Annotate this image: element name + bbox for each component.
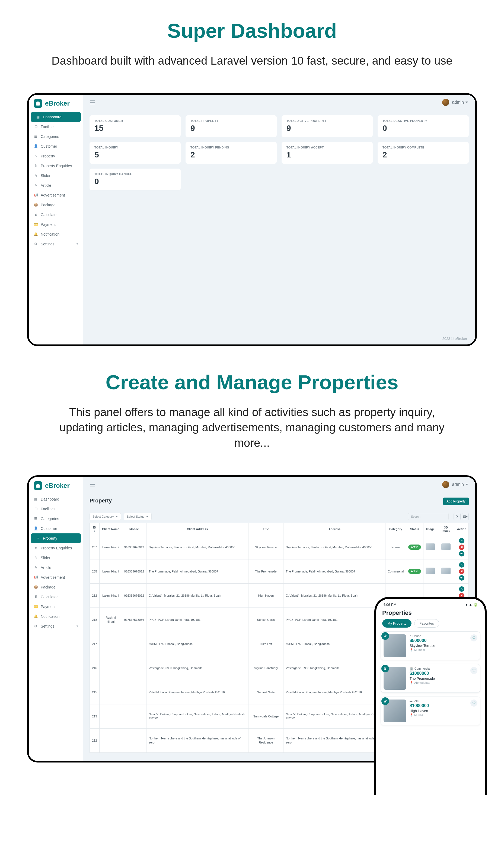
sidebar-item-label: Package	[41, 203, 55, 207]
sidebar-item-settings[interactable]: ⚙Settings▾	[29, 239, 83, 249]
sidebar-item-property-enquiries[interactable]: 🗎Property Enquiries	[29, 543, 83, 553]
property-image: ♛	[383, 667, 406, 690]
col-header[interactable]: Address	[284, 523, 385, 535]
delete-icon[interactable]: ✖	[459, 545, 464, 550]
sidebar-item-notification[interactable]: 🔔Notification	[29, 612, 83, 621]
heart-icon[interactable]: ♡	[470, 700, 478, 707]
phone-title: Properties	[376, 608, 485, 619]
sidebar-item-payment[interactable]: 💳Payment	[29, 219, 83, 229]
delete-icon[interactable]: ✖	[459, 569, 464, 574]
status-filter[interactable]: Select Status	[124, 513, 151, 520]
view-icon[interactable]: 👁	[459, 575, 464, 581]
phone-property-card[interactable]: ♛ ⌂ House $500000 Skyview Terrace 📍Mumba…	[381, 631, 481, 660]
sidebar-item-article[interactable]: ✎Article	[29, 563, 83, 572]
phone-property-card[interactable]: ♛ 🏘 Villa $1000000 High Haven 📍Murilla ♡	[381, 696, 481, 725]
nav-icon: ⚙	[34, 624, 38, 629]
search-input[interactable]: Search	[408, 513, 449, 520]
cell-id: 237	[90, 535, 100, 559]
cell-mobile	[122, 656, 146, 680]
nav-icon: ⚙	[34, 242, 38, 246]
col-header[interactable]: Image	[424, 523, 437, 535]
sidebar-item-dashboard[interactable]: ▦Dashboard	[29, 494, 83, 504]
cell-id: 212	[90, 728, 100, 753]
sidebar-item-notification[interactable]: 🔔Notification	[29, 229, 83, 239]
cell-3dimage	[437, 559, 455, 583]
dashboard-frame: admin eBroker ▦Dashboard⬡Facilities☰Cate…	[27, 93, 477, 346]
sidebar-item-advertisement[interactable]: 📢Advertisement	[29, 572, 83, 582]
sidebar-item-slider[interactable]: ⇆Slider	[29, 553, 83, 563]
view-icon[interactable]: 👁	[459, 551, 464, 556]
avatar[interactable]	[442, 99, 449, 106]
menu-icon[interactable]	[90, 101, 95, 104]
edit-icon[interactable]: ✎	[459, 562, 464, 568]
category-filter[interactable]: Select Category	[90, 513, 121, 520]
sidebar-item-payment[interactable]: 💳Payment	[29, 602, 83, 612]
col-header[interactable]: Title	[249, 523, 284, 535]
col-header[interactable]: Action	[455, 523, 468, 535]
chevron-down-icon[interactable]	[466, 102, 468, 103]
chevron-down-icon: ▾	[76, 242, 78, 246]
sidebar-item-facilities[interactable]: ⬡Facilities	[29, 122, 83, 132]
stat-card: TOTAL INQUIRY ACCEPT1	[282, 142, 373, 164]
sidebar-item-slider[interactable]: ⇆Slider	[29, 171, 83, 180]
col-header[interactable]: Client Name	[99, 523, 122, 535]
sidebar-item-facilities[interactable]: ⬡Facilities	[29, 504, 83, 514]
property-location: 📍Murilla	[410, 713, 478, 717]
sidebar-item-categories[interactable]: ☰Categories	[29, 132, 83, 141]
sidebar-item-dashboard[interactable]: ▦Dashboard	[31, 112, 81, 122]
add-property-button[interactable]: Add Property	[443, 498, 469, 505]
pin-icon: 📍	[410, 681, 413, 685]
col-header[interactable]: Mobile	[122, 523, 146, 535]
phone-property-card[interactable]: ♛ 🏢 Commercial $1000000 The Promenade 📍A…	[381, 664, 481, 693]
cell-status: Active	[406, 559, 424, 583]
edit-icon[interactable]: ✎	[459, 538, 464, 544]
sidebar-item-settings[interactable]: ⚙Settings▾	[29, 621, 83, 631]
sidebar-item-customer[interactable]: 👤Customer	[29, 524, 83, 533]
property-name: The Promenade	[410, 676, 478, 681]
cell-action: ✎ ✖ 👁	[455, 559, 468, 583]
type-icon: 🏘	[410, 700, 413, 703]
sidebar-item-article[interactable]: ✎Article	[29, 180, 83, 190]
col-header[interactable]: 3D Image	[437, 523, 455, 535]
cell-client: Rashmi Hirani	[99, 607, 122, 632]
page-title: Property	[90, 498, 469, 504]
col-header[interactable]: ID ▴	[90, 523, 100, 535]
heart-icon[interactable]: ♡	[470, 634, 478, 641]
sidebar-item-label: Notification	[41, 614, 59, 619]
brand[interactable]: eBroker	[29, 481, 83, 494]
cell-caddress: Northern Hemisphere and the Southern Hem…	[146, 728, 249, 753]
tab-favorites[interactable]: Favorites	[414, 619, 439, 628]
cell-client	[99, 680, 122, 704]
sidebar-item-label: Property	[41, 154, 55, 158]
cell-3dimage	[437, 535, 455, 559]
columns-icon[interactable]: ▦▾	[462, 513, 469, 520]
heart-icon[interactable]: ♡	[470, 667, 478, 674]
refresh-icon[interactable]: ⟳	[453, 513, 461, 520]
user-name[interactable]: admin	[452, 100, 464, 105]
sidebar-item-categories[interactable]: ☰Categories	[29, 514, 83, 524]
sidebar-item-property[interactable]: ⌂Property	[29, 151, 83, 161]
sidebar-item-property[interactable]: ⌂Property	[31, 533, 81, 543]
sidebar-item-property-enquiries[interactable]: 🗎Property Enquiries	[29, 161, 83, 171]
sidebar-item-advertisement[interactable]: 📢Advertisement	[29, 190, 83, 200]
pin-icon: 📍	[410, 713, 413, 717]
stat-card: TOTAL INQUIRY COMPLETE2	[378, 142, 469, 164]
col-header[interactable]: Category	[385, 523, 406, 535]
sidebar-item-package[interactable]: 📦Package	[29, 582, 83, 592]
tab-my-property[interactable]: My Property	[382, 619, 412, 628]
col-header[interactable]: Status	[406, 523, 424, 535]
phone-statusbar: 4:06 PM ●▲🔋	[376, 599, 485, 608]
brand[interactable]: eBroker	[29, 99, 83, 112]
nav-icon: ⇆	[34, 556, 38, 560]
cell-address: P4C7+PCP, Laram Jangi Pora, 192101	[284, 607, 385, 632]
sidebar-item-label: Settings	[41, 242, 55, 246]
sidebar-item-calculator[interactable]: 🖩Calculator	[29, 592, 83, 602]
cell-id: 215	[90, 680, 100, 704]
col-header[interactable]: Client Address	[146, 523, 249, 535]
sidebar-item-calculator[interactable]: 🖩Calculator	[29, 210, 83, 219]
type-icon: 🏢	[410, 667, 413, 670]
sidebar-item-customer[interactable]: 👤Customer	[29, 141, 83, 151]
edit-icon[interactable]: ✎	[459, 586, 464, 592]
sidebar-item-package[interactable]: 📦Package	[29, 200, 83, 210]
stat-value: 2	[382, 150, 464, 159]
